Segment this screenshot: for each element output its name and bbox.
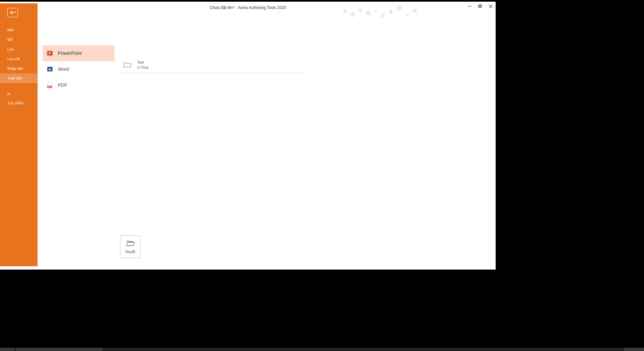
destination-name: Test bbox=[137, 60, 148, 64]
format-item-powerpoint[interactable]: P PowerPoint bbox=[43, 45, 114, 61]
sidebar-item-open[interactable]: Mở bbox=[0, 35, 38, 45]
browse-button[interactable]: Duyệt bbox=[120, 235, 141, 258]
sidebar-item-new[interactable]: Mới bbox=[0, 25, 38, 35]
taskbar[interactable] bbox=[0, 348, 644, 351]
sidebar-item-publish[interactable]: Xuất bản bbox=[0, 73, 38, 83]
format-item-label: Word bbox=[58, 66, 69, 72]
svg-text:W: W bbox=[49, 68, 52, 71]
folder-icon bbox=[124, 62, 131, 68]
app-window: ✻❄✱❄✻❄✱❄✻❄ Chưa đặt tên* - Avina Authori… bbox=[0, 2, 496, 270]
sidebar-separator bbox=[0, 83, 38, 89]
recent-destinations-list: Test C:\Test bbox=[120, 58, 302, 73]
svg-text:P: P bbox=[49, 52, 51, 55]
sidebar-item-label: Mới bbox=[7, 28, 14, 32]
destination-row[interactable]: Test C:\Test bbox=[120, 58, 302, 73]
powerpoint-icon: P bbox=[47, 50, 53, 57]
export-format-list: P PowerPoint W Word PDF PDF bbox=[43, 45, 114, 93]
word-icon: W bbox=[47, 66, 53, 72]
format-item-label: PDF bbox=[58, 82, 67, 88]
sidebar-item-options[interactable]: Tùy chỉnh bbox=[0, 98, 38, 108]
window-controls bbox=[466, 3, 494, 9]
sidebar-item-label: In bbox=[7, 92, 10, 96]
title-bar: Chưa đặt tên* - Avina Authoring Tools 20… bbox=[0, 3, 496, 12]
maximize-button[interactable] bbox=[477, 3, 483, 9]
svg-rect-1 bbox=[479, 5, 481, 8]
svg-rect-2 bbox=[479, 5, 482, 7]
pdf-icon: PDF bbox=[47, 82, 53, 88]
sidebar-item-label: Lưu bbox=[7, 47, 14, 51]
format-item-word[interactable]: W Word bbox=[43, 61, 114, 77]
browse-label: Duyệt bbox=[125, 250, 135, 254]
destination-path: C:\Test bbox=[137, 65, 148, 69]
sidebar-item-label: Mở bbox=[7, 38, 13, 42]
sidebar-item-saveas[interactable]: Lưu với bbox=[0, 54, 38, 64]
close-button[interactable] bbox=[488, 3, 494, 9]
sidebar-item-print[interactable]: In bbox=[0, 89, 38, 98]
sidebar-item-label: Lưu với bbox=[7, 57, 20, 61]
backstage-sidebar: Mới Mở Lưu Lưu với Nhập liệu Xuất bản In… bbox=[0, 3, 38, 266]
destination-texts: Test C:\Test bbox=[137, 60, 148, 69]
sidebar-item-label: Nhập liệu bbox=[7, 66, 23, 70]
format-item-pdf[interactable]: PDF PDF bbox=[43, 77, 114, 93]
svg-text:PDF: PDF bbox=[48, 86, 51, 88]
sidebar-item-save[interactable]: Lưu bbox=[0, 45, 38, 54]
open-folder-icon bbox=[126, 240, 135, 247]
minimize-button[interactable] bbox=[466, 3, 472, 9]
sidebar-item-import[interactable]: Nhập liệu bbox=[0, 64, 38, 73]
sidebar-item-label: Tùy chỉnh bbox=[7, 101, 23, 105]
sidebar-item-label: Xuất bản bbox=[7, 76, 23, 80]
format-item-label: PowerPoint bbox=[58, 51, 82, 56]
window-title: Chưa đặt tên* - Avina Authoring Tools 20… bbox=[210, 5, 286, 10]
